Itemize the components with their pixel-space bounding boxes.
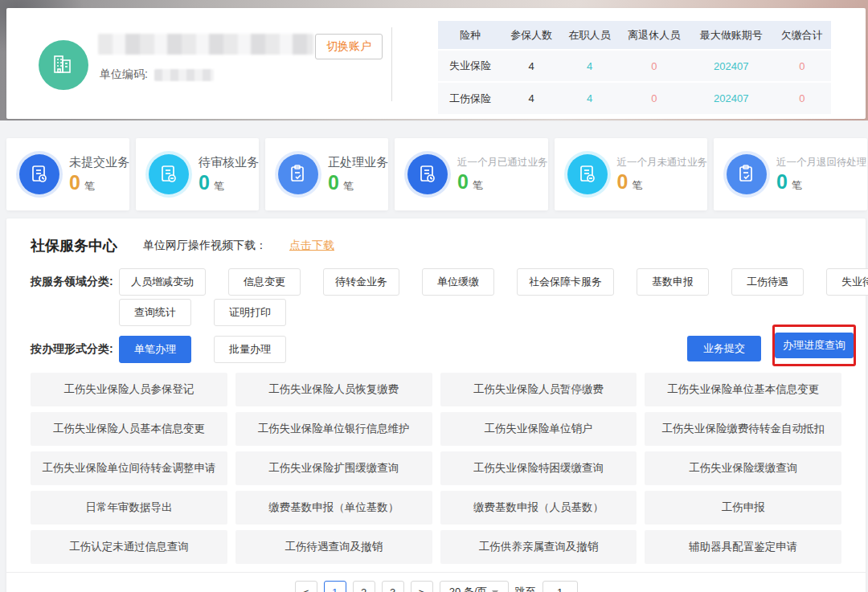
pagination-page-3[interactable]: 3 — [382, 581, 404, 592]
stat-unit: 笔 — [473, 178, 483, 193]
switch-account-button[interactable]: 切换账户 — [315, 34, 383, 59]
table-row: 工伤保险 4 4 0 202407 0 — [438, 82, 831, 114]
stat-label: 近一个月已通过业务 — [457, 156, 548, 169]
cell-arrears: 0 — [773, 50, 831, 82]
col-insured-count: 参保人数 — [502, 21, 560, 50]
business-submit-button[interactable]: 业务提交 — [687, 336, 761, 361]
biz-item[interactable]: 工伤失业保险人员参保登记 — [31, 373, 227, 406]
field-btn-unemploy-benefit[interactable]: 失业待遇 — [826, 268, 868, 296]
header-divider — [391, 27, 392, 101]
stat-unit: 笔 — [343, 179, 354, 194]
biz-item[interactable]: 日常年审数据导出 — [31, 491, 227, 525]
stat-label: 待审核业务 — [199, 155, 259, 170]
stat-label: 近一个月退回待处理 — [776, 156, 867, 169]
cell-arrears: 0 — [773, 82, 831, 114]
field-btn-cert-print[interactable]: 证明打印 — [214, 299, 286, 326]
biz-item[interactable]: 工伤认定未通过信息查询 — [31, 530, 227, 564]
field-category-row2: 查询统计 证明打印 — [119, 299, 286, 326]
stat-unit: 笔 — [84, 179, 95, 194]
biz-item[interactable]: 工伤供养亲属查询及撤销 — [440, 530, 637, 564]
stat-label: 近一个月未通过业务 — [617, 156, 708, 169]
form-btn-single[interactable]: 单笔办理 — [119, 336, 191, 363]
field-btn-info-change[interactable]: 信息变更 — [228, 268, 301, 296]
form-btn-batch[interactable]: 批量办理 — [214, 336, 286, 363]
stat-card-rejected-month[interactable]: 近一个月未通过业务 0 笔 — [555, 138, 708, 210]
biz-item[interactable]: 缴费基数申报（人员基数） — [440, 491, 637, 525]
stat-count: 0 — [776, 172, 788, 192]
pagination-prev-button[interactable]: < — [295, 581, 317, 592]
biz-item[interactable]: 工伤失业保险人员暂停缴费 — [440, 373, 637, 406]
form-category-row: 单笔办理 批量办理 — [119, 336, 286, 363]
stat-count: 0 — [457, 172, 469, 192]
biz-item[interactable]: 工伤失业保险缴费待转金自动抵扣 — [645, 412, 841, 446]
insurance-summary-table: 险种 参保人数 在职人员 离退休人员 最大做账期号 欠缴合计 失业保险 4 4 … — [438, 21, 831, 114]
cell-type: 工伤保险 — [438, 82, 502, 114]
field-btn-transfer-fund[interactable]: 待转金业务 — [323, 268, 399, 296]
stat-label: 正处理业务 — [328, 155, 388, 170]
company-avatar — [39, 40, 88, 90]
cell-active: 4 — [560, 50, 618, 82]
unit-code-label: 单位编码: — [100, 67, 148, 82]
biz-item[interactable]: 工伤申报 — [645, 491, 841, 525]
biz-item[interactable]: 工伤失业保险人员恢复缴费 — [235, 373, 432, 406]
biz-item[interactable]: 工伤失业保险扩围缓缴查询 — [235, 451, 432, 485]
cell-period: 202407 — [690, 82, 773, 114]
field-btn-base-declare[interactable]: 基数申报 — [637, 268, 709, 296]
pagination-page-1[interactable]: 1 — [324, 581, 346, 592]
stat-label: 未提交业务 — [69, 155, 129, 170]
stat-card-processing[interactable]: 正处理业务 0 笔 — [265, 138, 388, 210]
field-category-row1: 人员增减变动 信息变更 待转金业务 单位缓缴 社会保障卡服务 基数申报 工伤待遇… — [119, 268, 868, 296]
redacted-unit-code — [154, 69, 214, 81]
document-clock-icon — [407, 154, 448, 194]
biz-item[interactable]: 工伤待遇查询及撤销 — [235, 530, 432, 564]
col-arrears-total: 欠缴合计 — [773, 21, 831, 50]
page-size-select[interactable]: 20 条/页 — [440, 581, 509, 592]
field-btn-injury-benefit[interactable]: 工伤待遇 — [731, 268, 804, 296]
cell-retired: 0 — [619, 50, 690, 82]
biz-item[interactable]: 工伤失业保险单位销户 — [440, 412, 637, 446]
biz-item[interactable]: 工伤失业保险人员基本信息变更 — [31, 412, 227, 446]
stat-count: 0 — [617, 172, 628, 192]
stat-count: 0 — [328, 173, 339, 193]
cell-type: 失业保险 — [438, 50, 502, 82]
pagination-page-2[interactable]: 2 — [353, 581, 375, 592]
field-btn-query-stats[interactable]: 查询统计 — [119, 299, 191, 326]
table-header-row: 险种 参保人数 在职人员 离退休人员 最大做账期号 欠缴合计 — [438, 21, 831, 50]
field-btn-social-card[interactable]: 社会保障卡服务 — [517, 268, 614, 296]
field-category-label: 按服务领域分类: — [31, 275, 113, 289]
stat-card-returned-month[interactable]: 近一个月退回待处理 0 笔 — [714, 138, 867, 210]
jump-page-input[interactable]: 1 — [542, 581, 578, 592]
document-clock-icon — [19, 154, 59, 194]
field-btn-unit-deferral[interactable]: 单位缓缴 — [422, 268, 494, 296]
biz-item[interactable]: 工伤失业保险单位间待转金调整申请 — [31, 451, 227, 485]
stat-unit: 笔 — [792, 178, 802, 193]
biz-item[interactable]: 工伤失业保险单位基本信息变更 — [645, 373, 841, 406]
unit-code-row: 单位编码: — [100, 67, 214, 82]
biz-item[interactable]: 缴费基数申报（单位基数） — [235, 491, 432, 525]
business-stats-row: 未提交业务 0 笔 待审核业务 0 笔 — [6, 138, 866, 210]
col-max-period: 最大做账期号 — [690, 21, 773, 50]
biz-item[interactable]: 辅助器具配置鉴定申请 — [645, 530, 841, 564]
col-retired-staff: 离退休人员 — [619, 21, 690, 50]
jump-to-label: 跳至 — [515, 585, 536, 592]
stat-card-passed-month[interactable]: 近一个月已通过业务 0 笔 — [395, 138, 548, 210]
clipboard-check-icon — [278, 154, 318, 194]
click-download-link[interactable]: 点击下载 — [289, 239, 334, 253]
col-insurance-type: 险种 — [438, 21, 502, 50]
page-title: 社保服务中心 — [31, 236, 117, 255]
cell-active: 4 — [560, 82, 618, 114]
cell-insured: 4 — [502, 50, 560, 82]
progress-query-button[interactable]: 办理进度查询 — [775, 333, 854, 358]
biz-item[interactable]: 工伤失业保险单位银行信息维护 — [235, 412, 432, 446]
page-size-value: 20 条/页 — [449, 585, 488, 592]
pagination-next-button[interactable]: > — [411, 581, 433, 592]
cell-retired: 0 — [619, 82, 690, 114]
stat-unit: 笔 — [632, 178, 642, 193]
field-btn-personnel-change[interactable]: 人员增减变动 — [119, 268, 206, 296]
stat-card-pending-review[interactable]: 待审核业务 0 笔 — [136, 138, 259, 210]
cell-insured: 4 — [502, 82, 560, 114]
stat-unit: 笔 — [214, 179, 224, 194]
stat-card-unsubmitted[interactable]: 未提交业务 0 笔 — [6, 138, 129, 210]
biz-item[interactable]: 工伤失业保险缓缴查询 — [645, 451, 841, 485]
biz-item[interactable]: 工伤失业保险特困缓缴查询 — [440, 451, 637, 485]
